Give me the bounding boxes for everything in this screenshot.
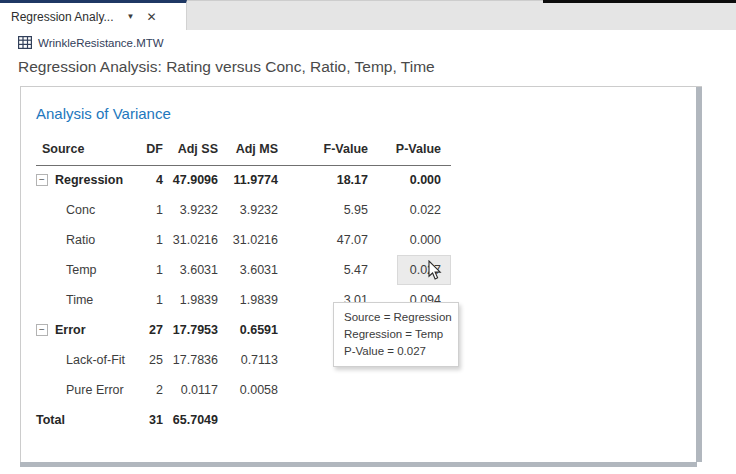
adj-ms-cell[interactable]: 3.6031: [218, 255, 278, 285]
vertical-scrollbar[interactable]: [696, 87, 702, 462]
anova-body: −Regression447.909611.977418.170.000Conc…: [36, 165, 451, 435]
source-cell[interactable]: Conc: [36, 195, 130, 225]
p-value-text: 0.022: [410, 203, 441, 217]
cell-tooltip: Source = Regression Regression = Temp P-…: [333, 302, 459, 367]
adj-ss-cell[interactable]: 0.0117: [163, 375, 218, 405]
tooltip-line: Source = Regression: [344, 309, 448, 326]
source-label: Total: [36, 413, 65, 427]
anova-table: Source DF Adj SS Adj MS F-Value P-Value …: [36, 133, 451, 435]
df-cell[interactable]: 1: [130, 285, 163, 315]
tooltip-line: Regression = Temp: [344, 326, 448, 343]
source-label: Regression: [55, 173, 123, 187]
tab-regression-analysis[interactable]: Regression Analy... ▼ ✕: [0, 0, 187, 30]
tooltip-line: P-Value = 0.027: [344, 343, 448, 360]
adj-ms-cell[interactable]: 1.9839: [218, 285, 278, 315]
col-header-df: DF: [130, 133, 163, 165]
top-edge-bar: [543, 0, 736, 3]
source-cell[interactable]: Temp: [36, 255, 130, 285]
source-cell[interactable]: −Error: [36, 315, 130, 345]
p-value-cell[interactable]: [368, 405, 451, 435]
adj-ss-cell[interactable]: 3.6031: [163, 255, 218, 285]
table-row: Temp13.60313.60315.470.027: [36, 255, 451, 285]
worksheet-grid-icon: [18, 36, 32, 49]
tab-title: Regression Analy...: [11, 10, 114, 24]
p-value-cell[interactable]: 0.000: [368, 225, 451, 255]
adj-ms-cell[interactable]: 0.0058: [218, 375, 278, 405]
collapse-icon[interactable]: −: [36, 174, 48, 186]
df-cell[interactable]: 1: [130, 195, 163, 225]
df-cell[interactable]: 4: [130, 165, 163, 195]
adj-ss-cell[interactable]: 1.9839: [163, 285, 218, 315]
source-cell[interactable]: Pure Error: [36, 375, 130, 405]
section-heading: Analysis of Variance: [36, 105, 171, 122]
df-cell[interactable]: 25: [130, 345, 163, 375]
col-header-adjss: Adj SS: [163, 133, 218, 165]
adj-ms-cell[interactable]: 31.0216: [218, 225, 278, 255]
source-label: Pure Error: [66, 383, 124, 397]
table-row: Conc13.92323.92325.950.022: [36, 195, 451, 225]
collapse-icon[interactable]: −: [36, 324, 48, 336]
p-value-text: 0.000: [410, 233, 441, 247]
f-value-cell[interactable]: 18.17: [278, 165, 368, 195]
source-cell[interactable]: Ratio: [36, 225, 130, 255]
adj-ms-cell[interactable]: 11.9774: [218, 165, 278, 195]
source-cell[interactable]: Lack-of-Fit: [36, 345, 130, 375]
col-header-source: Source: [36, 133, 130, 165]
f-value-cell[interactable]: 5.95: [278, 195, 368, 225]
source-cell[interactable]: −Regression: [36, 165, 130, 195]
worksheet-name: WrinkleResistance.MTW: [38, 37, 164, 49]
df-cell[interactable]: 2: [130, 375, 163, 405]
df-cell[interactable]: 31: [130, 405, 163, 435]
close-icon[interactable]: ✕: [146, 11, 156, 23]
table-row: Total3165.7049: [36, 405, 451, 435]
f-value-cell[interactable]: 47.07: [278, 225, 368, 255]
horizontal-scrollbar[interactable]: [20, 462, 697, 467]
source-label: Lack-of-Fit: [66, 353, 125, 367]
source-label: Error: [55, 323, 86, 337]
p-value-cell[interactable]: 0.000: [368, 165, 451, 195]
adj-ss-cell[interactable]: 65.7049: [163, 405, 218, 435]
page-title: Regression Analysis: Rating versus Conc,…: [18, 58, 435, 76]
adj-ss-cell[interactable]: 3.9232: [163, 195, 218, 225]
table-row: Ratio131.021631.021647.070.000: [36, 225, 451, 255]
p-value-cell[interactable]: [368, 375, 451, 405]
table-header-row: Source DF Adj SS Adj MS F-Value P-Value: [36, 133, 451, 165]
table-row: Pure Error20.01170.0058: [36, 375, 451, 405]
source-cell[interactable]: Time: [36, 285, 130, 315]
p-value-cell[interactable]: 0.022: [368, 195, 451, 225]
source-cell[interactable]: Total: [36, 405, 130, 435]
f-value-cell[interactable]: [278, 405, 368, 435]
adj-ss-cell[interactable]: 47.9096: [163, 165, 218, 195]
worksheet-link[interactable]: WrinkleResistance.MTW: [18, 36, 164, 49]
df-cell[interactable]: 1: [130, 255, 163, 285]
df-cell[interactable]: 1: [130, 225, 163, 255]
adj-ss-cell[interactable]: 17.7953: [163, 315, 218, 345]
adj-ss-cell[interactable]: 31.0216: [163, 225, 218, 255]
mouse-cursor-icon: [428, 260, 443, 285]
source-label: Conc: [66, 203, 95, 217]
source-label: Ratio: [66, 233, 95, 247]
adj-ss-cell[interactable]: 17.7836: [163, 345, 218, 375]
f-value-cell[interactable]: [278, 375, 368, 405]
adj-ms-cell[interactable]: [218, 405, 278, 435]
f-value-cell[interactable]: 5.47: [278, 255, 368, 285]
adj-ms-cell[interactable]: 0.7113: [218, 345, 278, 375]
source-label: Time: [66, 293, 93, 307]
chevron-down-icon[interactable]: ▼: [127, 12, 135, 21]
p-value-text: 0.000: [410, 173, 441, 187]
adj-ms-cell[interactable]: 3.9232: [218, 195, 278, 225]
col-header-fvalue: F-Value: [278, 133, 368, 165]
col-header-pvalue: P-Value: [368, 133, 451, 165]
adj-ms-cell[interactable]: 0.6591: [218, 315, 278, 345]
df-cell[interactable]: 27: [130, 315, 163, 345]
app-window: Regression Analy... ▼ ✕ WrinkleResistanc…: [0, 0, 736, 474]
table-row: −Regression447.909611.977418.170.000: [36, 165, 451, 195]
col-header-adjms: Adj MS: [218, 133, 278, 165]
source-label: Temp: [66, 263, 97, 277]
